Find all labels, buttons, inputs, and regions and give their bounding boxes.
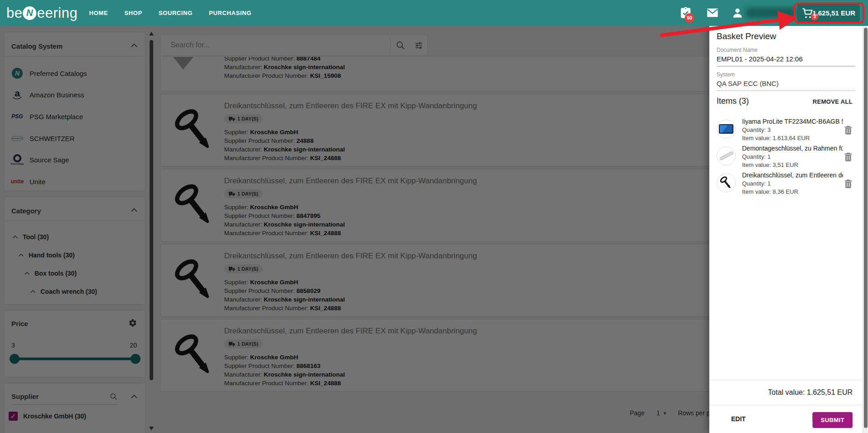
scrollbar-thumb[interactable] <box>864 28 868 428</box>
basket-item-value: Item value: 8,36 EUR <box>742 188 798 195</box>
submit-button[interactable]: SUBMIT <box>813 412 853 428</box>
page-scrollbar[interactable] <box>863 26 868 433</box>
basket-item[interactable]: Iiyama ProLite TF2234MC-B6AGB 5... Quant… <box>717 117 858 144</box>
basket-item-name: Dreikantschlüssel, zum Entleeren de... <box>742 171 843 179</box>
document-name-field[interactable]: EMPL01 - 2025-04-22 12:06 <box>717 55 855 66</box>
user-icon[interactable] <box>731 6 744 19</box>
mail-icon[interactable] <box>706 6 719 19</box>
system-label: System <box>717 71 735 78</box>
modal-dim-overlay[interactable] <box>0 26 709 433</box>
basket-item-name: Iiyama ProLite TF2234MC-B6AGB 5... <box>742 118 843 125</box>
annotation-highlight-rect <box>794 2 864 24</box>
beneering-logo[interactable]: beNeering <box>6 0 78 26</box>
trash-icon[interactable] <box>844 152 853 161</box>
basket-item[interactable]: Demontageschlüssel, zu Rahmen fü... Quan… <box>717 144 858 171</box>
remove-all-button[interactable]: REMOVE ALL <box>813 98 853 105</box>
logo-text-pre: be <box>6 5 22 21</box>
basket-item-image-monitor <box>717 120 736 139</box>
items-header: Items (3) <box>717 96 749 106</box>
app-window: beNeering HOME SHOP SOURCING PURCHASING … <box>0 0 868 433</box>
tasks-badge: 60 <box>685 13 694 23</box>
trash-icon[interactable] <box>844 179 853 188</box>
logo-text-post: eering <box>37 5 77 21</box>
basket-total: Total value: 1.625,51 EUR <box>768 388 853 397</box>
basket-item-quantity: Quantity: 3 <box>742 126 771 133</box>
basket-total-row: Total value: 1.625,51 EUR <box>709 380 863 405</box>
basket-item-value: Item value: 1.613,64 EUR <box>742 135 810 141</box>
annotation-arrow-head <box>777 8 798 30</box>
nav-purchasing[interactable]: PURCHASING <box>209 10 251 16</box>
basket-item-name: Demontageschlüssel, zu Rahmen fü... <box>742 145 843 152</box>
document-name-label: Document Name <box>717 47 758 53</box>
trash-icon[interactable] <box>844 125 853 135</box>
nav-home[interactable]: HOME <box>89 10 108 16</box>
main-nav: HOME SHOP SOURCING PURCHASING <box>89 0 251 26</box>
basket-item-image-rod <box>717 146 736 166</box>
nav-shop[interactable]: SHOP <box>124 10 142 16</box>
app-header: beNeering HOME SHOP SOURCING PURCHASING … <box>0 0 868 26</box>
edit-button[interactable]: EDIT <box>731 415 746 423</box>
basket-item-value: Item value: 3,51 EUR <box>742 161 798 168</box>
basket-preview-panel: Basket Preview Document Name EMPL01 - 20… <box>709 26 863 433</box>
basket-item-quantity: Quantity: 1 <box>742 153 771 160</box>
basket-item[interactable]: Dreikantschlüssel, zum Entleeren de... Q… <box>717 171 858 197</box>
basket-preview-title: Basket Preview <box>717 31 776 41</box>
system-field: QA SAP ECC (BNC) <box>717 80 855 91</box>
nav-sourcing[interactable]: SOURCING <box>159 10 193 16</box>
basket-item-quantity: Quantity: 1 <box>742 180 771 187</box>
logo-n-icon: N <box>23 6 36 20</box>
basket-item-image-key <box>717 173 736 192</box>
basket-footer: EDIT ⋮ SUBMIT <box>709 405 863 433</box>
